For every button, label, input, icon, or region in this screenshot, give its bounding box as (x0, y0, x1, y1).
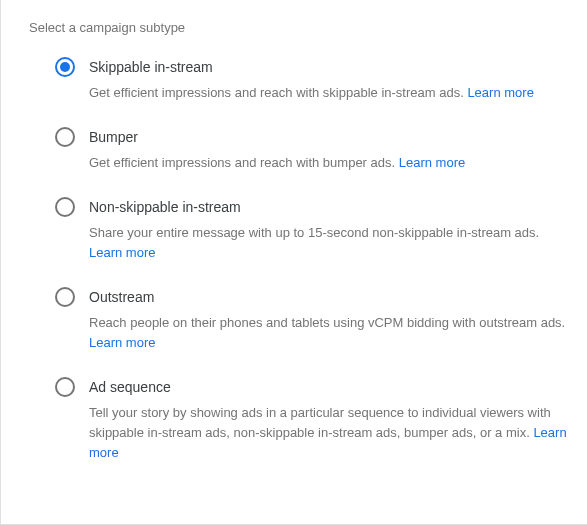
radio-button-icon (55, 197, 75, 217)
option-description: Get efficient impressions and reach with… (89, 83, 567, 103)
option-content: Non-skippable in-stream Share your entir… (89, 197, 567, 263)
option-ad-sequence[interactable]: Ad sequence Tell your story by showing a… (55, 377, 567, 463)
option-desc-text: Tell your story by showing ads in a part… (89, 405, 551, 440)
option-skippable-in-stream[interactable]: Skippable in-stream Get efficient impres… (55, 57, 567, 103)
radio-ad-sequence[interactable] (55, 377, 75, 397)
learn-more-link[interactable]: Learn more (89, 335, 155, 350)
radio-button-icon (55, 127, 75, 147)
learn-more-link[interactable]: Learn more (399, 155, 465, 170)
radio-outstream[interactable] (55, 287, 75, 307)
radio-button-icon (55, 57, 75, 77)
option-non-skippable-in-stream[interactable]: Non-skippable in-stream Share your entir… (55, 197, 567, 263)
option-content: Ad sequence Tell your story by showing a… (89, 377, 567, 463)
option-bumper[interactable]: Bumper Get efficient impressions and rea… (55, 127, 567, 173)
option-content: Bumper Get efficient impressions and rea… (89, 127, 567, 173)
section-title: Select a campaign subtype (29, 20, 567, 35)
option-description: Share your entire message with up to 15-… (89, 223, 567, 263)
option-desc-text: Share your entire message with up to 15-… (89, 225, 539, 240)
option-content: Skippable in-stream Get efficient impres… (89, 57, 567, 103)
option-title: Skippable in-stream (89, 57, 567, 77)
radio-button-icon (55, 287, 75, 307)
radio-non-skippable-in-stream[interactable] (55, 197, 75, 217)
option-title: Bumper (89, 127, 567, 147)
option-desc-text: Reach people on their phones and tablets… (89, 315, 565, 330)
option-desc-text: Get efficient impressions and reach with… (89, 85, 467, 100)
option-title: Non-skippable in-stream (89, 197, 567, 217)
learn-more-link[interactable]: Learn more (89, 245, 155, 260)
option-title: Ad sequence (89, 377, 567, 397)
radio-bumper[interactable] (55, 127, 75, 147)
campaign-subtype-options: Skippable in-stream Get efficient impres… (29, 57, 567, 463)
option-description: Tell your story by showing ads in a part… (89, 403, 567, 463)
radio-button-icon (55, 377, 75, 397)
option-desc-text: Get efficient impressions and reach with… (89, 155, 399, 170)
option-content: Outstream Reach people on their phones a… (89, 287, 567, 353)
radio-skippable-in-stream[interactable] (55, 57, 75, 77)
option-outstream[interactable]: Outstream Reach people on their phones a… (55, 287, 567, 353)
option-description: Reach people on their phones and tablets… (89, 313, 567, 353)
option-description: Get efficient impressions and reach with… (89, 153, 567, 173)
option-title: Outstream (89, 287, 567, 307)
learn-more-link[interactable]: Learn more (467, 85, 533, 100)
